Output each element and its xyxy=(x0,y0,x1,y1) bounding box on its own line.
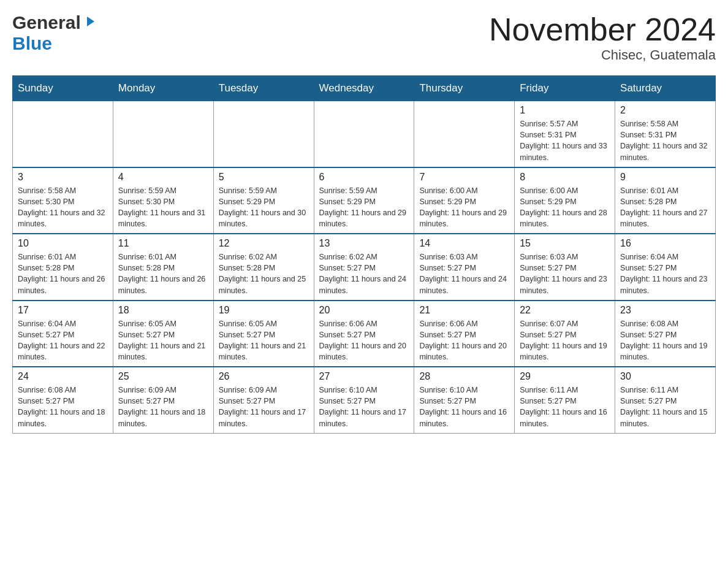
day-number: 3 xyxy=(18,172,108,183)
header-thursday: Thursday xyxy=(414,76,515,101)
header-monday: Monday xyxy=(113,76,213,101)
title-block: November 2024 Chisec, Guatemala xyxy=(489,12,716,63)
day-cell: 1Sunrise: 5:57 AMSunset: 5:31 PMDaylight… xyxy=(515,101,615,167)
day-number: 17 xyxy=(18,305,108,316)
day-number: 22 xyxy=(520,305,610,316)
day-cell: 17Sunrise: 6:04 AMSunset: 5:27 PMDayligh… xyxy=(13,301,113,367)
day-cell: 8Sunrise: 6:00 AMSunset: 5:29 PMDaylight… xyxy=(515,167,615,234)
day-info: Sunrise: 6:03 AMSunset: 5:27 PMDaylight:… xyxy=(419,251,509,296)
day-cell: 11Sunrise: 6:01 AMSunset: 5:28 PMDayligh… xyxy=(113,234,213,301)
day-number: 30 xyxy=(620,371,710,382)
logo-blue-text: Blue xyxy=(12,33,52,54)
day-number: 29 xyxy=(520,371,610,382)
day-cell: 25Sunrise: 6:09 AMSunset: 5:27 PMDayligh… xyxy=(113,367,213,433)
day-info: Sunrise: 5:59 AMSunset: 5:29 PMDaylight:… xyxy=(219,185,309,230)
day-info: Sunrise: 5:59 AMSunset: 5:29 PMDaylight:… xyxy=(319,185,409,230)
day-number: 20 xyxy=(319,305,409,316)
calendar-table: Sunday Monday Tuesday Wednesday Thursday… xyxy=(12,75,716,434)
day-info: Sunrise: 6:04 AMSunset: 5:27 PMDaylight:… xyxy=(620,251,710,296)
page-header: General Blue November 2024 Chisec, Guate… xyxy=(12,12,716,63)
day-cell: 6Sunrise: 5:59 AMSunset: 5:29 PMDaylight… xyxy=(314,167,414,234)
header-friday: Friday xyxy=(515,76,615,101)
day-info: Sunrise: 6:11 AMSunset: 5:27 PMDaylight:… xyxy=(620,385,710,429)
day-number: 12 xyxy=(219,238,309,249)
day-info: Sunrise: 6:09 AMSunset: 5:27 PMDaylight:… xyxy=(219,385,309,429)
header-saturday: Saturday xyxy=(615,76,716,101)
day-info: Sunrise: 6:00 AMSunset: 5:29 PMDaylight:… xyxy=(520,185,610,230)
page-title: November 2024 xyxy=(489,12,716,47)
day-number: 24 xyxy=(18,371,108,382)
day-number: 18 xyxy=(118,305,208,316)
day-info: Sunrise: 6:01 AMSunset: 5:28 PMDaylight:… xyxy=(18,251,108,296)
day-info: Sunrise: 5:58 AMSunset: 5:31 PMDaylight:… xyxy=(620,118,710,163)
day-number: 16 xyxy=(620,238,710,249)
page-subtitle: Chisec, Guatemala xyxy=(489,47,716,63)
header-sunday: Sunday xyxy=(13,76,113,101)
day-number: 26 xyxy=(219,371,309,382)
day-cell: 12Sunrise: 6:02 AMSunset: 5:28 PMDayligh… xyxy=(213,234,314,301)
day-info: Sunrise: 6:08 AMSunset: 5:27 PMDaylight:… xyxy=(18,385,108,429)
day-cell: 5Sunrise: 5:59 AMSunset: 5:29 PMDaylight… xyxy=(213,167,314,234)
day-info: Sunrise: 6:10 AMSunset: 5:27 PMDaylight:… xyxy=(419,385,509,429)
day-info: Sunrise: 6:05 AMSunset: 5:27 PMDaylight:… xyxy=(118,318,208,363)
day-cell xyxy=(414,101,515,167)
day-cell: 2Sunrise: 5:58 AMSunset: 5:31 PMDaylight… xyxy=(615,101,716,167)
day-cell: 19Sunrise: 6:05 AMSunset: 5:27 PMDayligh… xyxy=(213,301,314,367)
day-cell: 4Sunrise: 5:59 AMSunset: 5:30 PMDaylight… xyxy=(113,167,213,234)
day-info: Sunrise: 6:01 AMSunset: 5:28 PMDaylight:… xyxy=(620,185,710,230)
day-info: Sunrise: 6:11 AMSunset: 5:27 PMDaylight:… xyxy=(520,385,610,429)
day-number: 13 xyxy=(319,238,409,249)
day-number: 8 xyxy=(520,172,610,183)
day-number: 6 xyxy=(319,172,409,183)
logo-arrow-icon xyxy=(82,15,96,31)
logo: General Blue xyxy=(12,12,96,54)
day-cell: 14Sunrise: 6:03 AMSunset: 5:27 PMDayligh… xyxy=(414,234,515,301)
day-cell: 15Sunrise: 6:03 AMSunset: 5:27 PMDayligh… xyxy=(515,234,615,301)
day-info: Sunrise: 6:10 AMSunset: 5:27 PMDaylight:… xyxy=(319,385,409,429)
day-cell: 23Sunrise: 6:08 AMSunset: 5:27 PMDayligh… xyxy=(615,301,716,367)
day-number: 4 xyxy=(118,172,208,183)
day-number: 19 xyxy=(219,305,309,316)
day-cell: 27Sunrise: 6:10 AMSunset: 5:27 PMDayligh… xyxy=(314,367,414,433)
day-info: Sunrise: 6:03 AMSunset: 5:27 PMDaylight:… xyxy=(520,251,610,296)
day-info: Sunrise: 6:08 AMSunset: 5:27 PMDaylight:… xyxy=(620,318,710,363)
day-cell: 24Sunrise: 6:08 AMSunset: 5:27 PMDayligh… xyxy=(13,367,113,433)
day-info: Sunrise: 6:02 AMSunset: 5:28 PMDaylight:… xyxy=(219,251,309,296)
day-info: Sunrise: 6:02 AMSunset: 5:27 PMDaylight:… xyxy=(319,251,409,296)
day-cell: 7Sunrise: 6:00 AMSunset: 5:29 PMDaylight… xyxy=(414,167,515,234)
day-cell: 3Sunrise: 5:58 AMSunset: 5:30 PMDaylight… xyxy=(13,167,113,234)
day-number: 2 xyxy=(620,105,710,116)
day-cell: 10Sunrise: 6:01 AMSunset: 5:28 PMDayligh… xyxy=(13,234,113,301)
day-cell: 16Sunrise: 6:04 AMSunset: 5:27 PMDayligh… xyxy=(615,234,716,301)
day-number: 11 xyxy=(118,238,208,249)
day-number: 14 xyxy=(419,238,509,249)
week-row-2: 3Sunrise: 5:58 AMSunset: 5:30 PMDaylight… xyxy=(13,167,716,234)
day-cell xyxy=(213,101,314,167)
day-number: 7 xyxy=(419,172,509,183)
day-cell: 29Sunrise: 6:11 AMSunset: 5:27 PMDayligh… xyxy=(515,367,615,433)
day-cell: 21Sunrise: 6:06 AMSunset: 5:27 PMDayligh… xyxy=(414,301,515,367)
day-info: Sunrise: 6:06 AMSunset: 5:27 PMDaylight:… xyxy=(419,318,509,363)
day-cell xyxy=(314,101,414,167)
header-tuesday: Tuesday xyxy=(213,76,314,101)
day-cell xyxy=(113,101,213,167)
day-cell: 20Sunrise: 6:06 AMSunset: 5:27 PMDayligh… xyxy=(314,301,414,367)
day-info: Sunrise: 6:04 AMSunset: 5:27 PMDaylight:… xyxy=(18,318,108,363)
day-info: Sunrise: 6:00 AMSunset: 5:29 PMDaylight:… xyxy=(419,185,509,230)
day-cell: 13Sunrise: 6:02 AMSunset: 5:27 PMDayligh… xyxy=(314,234,414,301)
day-info: Sunrise: 5:58 AMSunset: 5:30 PMDaylight:… xyxy=(18,185,108,230)
day-number: 9 xyxy=(620,172,710,183)
day-cell: 26Sunrise: 6:09 AMSunset: 5:27 PMDayligh… xyxy=(213,367,314,433)
day-number: 23 xyxy=(620,305,710,316)
day-number: 27 xyxy=(319,371,409,382)
day-info: Sunrise: 5:59 AMSunset: 5:30 PMDaylight:… xyxy=(118,185,208,230)
day-info: Sunrise: 6:07 AMSunset: 5:27 PMDaylight:… xyxy=(520,318,610,363)
day-number: 15 xyxy=(520,238,610,249)
day-info: Sunrise: 6:05 AMSunset: 5:27 PMDaylight:… xyxy=(219,318,309,363)
day-cell: 18Sunrise: 6:05 AMSunset: 5:27 PMDayligh… xyxy=(113,301,213,367)
day-cell: 28Sunrise: 6:10 AMSunset: 5:27 PMDayligh… xyxy=(414,367,515,433)
header-wednesday: Wednesday xyxy=(314,76,414,101)
week-row-5: 24Sunrise: 6:08 AMSunset: 5:27 PMDayligh… xyxy=(13,367,716,433)
logo-general-text: General xyxy=(12,12,81,33)
day-cell: 22Sunrise: 6:07 AMSunset: 5:27 PMDayligh… xyxy=(515,301,615,367)
